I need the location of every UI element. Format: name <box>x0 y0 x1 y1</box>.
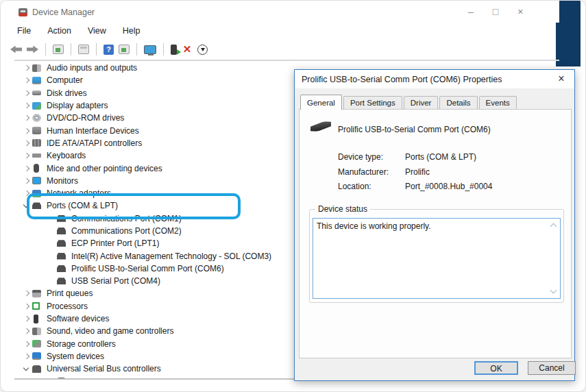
tree-item[interactable]: Disk drives <box>14 87 294 99</box>
menu-file[interactable]: File <box>16 25 32 37</box>
menu-help[interactable]: Help <box>121 25 142 37</box>
tree-item[interactable]: Prolific USB-to-Serial Comm Port (COM6) <box>14 262 294 275</box>
tree-item[interactable]: Keyboards <box>14 149 294 162</box>
field-value: Port_#0008.Hub_#0004 <box>405 182 492 197</box>
tree-item[interactable]: Human Interface Devices <box>14 124 294 136</box>
chevron-right-icon[interactable] <box>21 151 32 160</box>
tree-item[interactable]: Mice and other pointing devices <box>14 162 294 174</box>
tree-item[interactable]: Universal Serial Bus controllers <box>14 363 294 375</box>
tab-general[interactable]: General <box>300 95 342 110</box>
display-device-icon <box>32 102 41 110</box>
chevron-right-icon[interactable] <box>21 126 32 136</box>
tree-item-label: Display adapters <box>47 101 108 110</box>
field-label: Manufacturer: <box>338 167 405 182</box>
chevron-right-icon[interactable] <box>21 138 32 148</box>
chevron-right-icon[interactable] <box>21 326 32 336</box>
dialog-close-icon[interactable]: × <box>554 73 568 85</box>
tree-item[interactable]: Print queues <box>14 287 294 299</box>
keyboard-device-icon <box>32 154 41 158</box>
chevron-right-icon[interactable] <box>21 176 32 186</box>
tree-item[interactable]: Intel(R) Active Management Technology - … <box>14 249 294 262</box>
ide-device-icon <box>32 139 41 147</box>
field-label: Location: <box>338 182 405 197</box>
cancel-button[interactable]: Cancel <box>528 361 576 375</box>
background-window-corner <box>556 1 581 66</box>
tree-item[interactable]: Sound, video and game controllers <box>14 325 294 337</box>
toolbar-divider <box>136 43 137 56</box>
tree-item[interactable]: IDE ATA/ATAPI controllers <box>14 137 294 149</box>
forward-icon[interactable] <box>27 46 38 53</box>
disk-device-icon <box>32 90 41 95</box>
chevron-right-icon[interactable] <box>21 88 32 98</box>
computer-device-icon <box>32 77 41 84</box>
chevron-down-icon[interactable] <box>21 364 32 373</box>
tree-item[interactable]: ECP Printer Port (LPT1) <box>14 237 294 249</box>
chevron-right-icon[interactable] <box>21 289 32 298</box>
console-window-icon[interactable] <box>53 45 64 54</box>
device-status-text: This device is working properly. <box>317 221 431 231</box>
tree-item[interactable]: Communications Port (COM2) <box>14 225 294 237</box>
monitor-device-icon <box>32 177 41 184</box>
tree-item[interactable]: USB Serial Port (COM4) <box>14 275 294 287</box>
tree-item[interactable]: Computer <box>14 74 294 86</box>
menu-action[interactable]: Action <box>46 25 73 37</box>
cpu-device-icon <box>32 302 40 310</box>
device-name: Prolific USB-to-Serial Comm Port (COM6) <box>338 125 491 134</box>
tree-item[interactable]: Monitors <box>14 175 294 187</box>
properties-window-icon[interactable] <box>119 45 130 54</box>
chevron-right-icon[interactable] <box>21 188 32 198</box>
chevron-right-icon[interactable] <box>21 314 32 323</box>
device-status-label: Device status <box>315 204 370 214</box>
scroll-down-icon[interactable] <box>550 287 557 294</box>
chevron-right-icon[interactable] <box>21 339 32 349</box>
chevron-right-icon[interactable] <box>21 75 32 85</box>
tree-item[interactable]: Processors <box>14 300 294 313</box>
minimize-button[interactable]: – <box>468 6 474 17</box>
scroll-up-icon[interactable] <box>550 223 557 230</box>
tree-item[interactable]: Storage controllers <box>14 338 294 350</box>
tree-item-label: Processors <box>47 302 88 311</box>
tree-item[interactable]: Display adapters <box>14 99 294 112</box>
software-device-icon <box>34 315 38 323</box>
dialog-title: Prolific USB-to-Serial Comm Port (COM6) … <box>302 75 502 84</box>
tree-item[interactable]: Communications Port (COM1) <box>14 212 294 225</box>
ok-button[interactable]: OK <box>474 361 518 375</box>
tree-item[interactable]: Software devices <box>14 313 294 325</box>
dvd-device-icon <box>32 114 41 122</box>
properties-dialog: Prolific USB-to-Serial Comm Port (COM6) … <box>294 69 575 381</box>
port-device-icon <box>57 240 66 247</box>
dialog-button-row: OK Cancel <box>295 357 574 380</box>
back-icon[interactable] <box>10 46 22 53</box>
maximize-button[interactable]: □ <box>493 6 498 17</box>
network-device-icon <box>32 190 41 197</box>
tree-item[interactable]: Ports (COM & LPT) <box>14 199 294 212</box>
tree-item[interactable]: System devices <box>14 350 294 363</box>
chevron-down-icon[interactable] <box>21 201 32 210</box>
audio-device-icon <box>32 328 41 335</box>
menu-view[interactable]: View <box>86 25 108 37</box>
tree-item-label: DVD/CD-ROM drives <box>47 113 124 123</box>
port-device-icon <box>57 253 66 260</box>
export-window-icon[interactable] <box>78 45 89 54</box>
chevron-right-icon[interactable] <box>21 101 32 110</box>
tree-item-label: Sound, video and game controllers <box>47 326 173 336</box>
system-device-icon <box>32 352 41 360</box>
disable-icon[interactable] <box>197 45 208 55</box>
dialog-title-bar: Prolific USB-to-Serial Comm Port (COM6) … <box>295 70 574 88</box>
chevron-right-icon[interactable] <box>21 302 32 311</box>
device-status-textbox[interactable]: This device is working properly. <box>313 218 561 299</box>
chevron-right-icon[interactable] <box>21 352 32 361</box>
update-driver-icon[interactable] <box>171 45 177 55</box>
help-icon[interactable]: ? <box>103 45 114 55</box>
uninstall-icon[interactable]: ✕ <box>182 44 193 55</box>
chevron-right-icon[interactable] <box>21 113 32 123</box>
scan-hardware-icon[interactable] <box>144 45 156 54</box>
tree-item[interactable]: Audio inputs and outputs <box>14 62 294 74</box>
title-bar: Device Manager – □ × <box>1 1 559 23</box>
chevron-right-icon[interactable] <box>21 164 32 173</box>
tree-item[interactable]: Network adapters <box>14 187 294 199</box>
chevron-right-icon[interactable] <box>21 63 32 73</box>
tree-item[interactable]: DVD/CD-ROM drives <box>14 112 294 124</box>
close-button[interactable]: × <box>517 6 523 17</box>
device-manager-app-icon <box>19 8 27 16</box>
